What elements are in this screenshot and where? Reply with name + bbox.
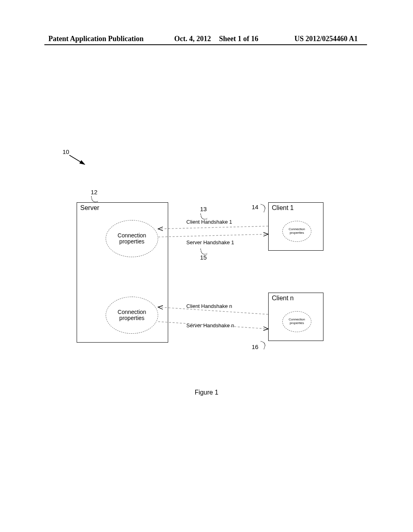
header-publication: Patent Application Publication bbox=[48, 35, 144, 43]
server-bubble-1-text: Connectionproperties bbox=[118, 233, 146, 245]
page: Patent Application Publication Oct. 4, 2… bbox=[0, 0, 413, 532]
squiggle-16 bbox=[259, 341, 267, 349]
svg-line-2 bbox=[158, 234, 268, 237]
squiggle-12 bbox=[91, 195, 98, 203]
svg-line-0 bbox=[69, 155, 85, 164]
client1-title: Client 1 bbox=[272, 204, 294, 212]
connection-lines bbox=[0, 0, 413, 532]
clientn-bubble: Connectionproperties bbox=[282, 311, 311, 332]
client1-bubble-text: Connectionproperties bbox=[289, 228, 305, 235]
header-rule bbox=[44, 44, 367, 45]
ref-12: 12 bbox=[91, 189, 98, 195]
clientn-bubble-text: Connectionproperties bbox=[289, 318, 305, 325]
ref-15: 15 bbox=[200, 254, 207, 261]
header-date: Oct. 4, 2012 bbox=[174, 35, 211, 43]
label-client-handshake-1: Client Handshake 1 bbox=[186, 219, 232, 225]
ref-16: 16 bbox=[252, 343, 259, 350]
server-title: Server bbox=[80, 204, 99, 212]
header-sheet: Sheet 1 of 16 bbox=[219, 35, 259, 43]
server-bubble-2-text: Connectionproperties bbox=[118, 309, 146, 322]
svg-line-1 bbox=[158, 226, 268, 229]
server-bubble-1: Connectionproperties bbox=[106, 220, 158, 257]
label-client-handshake-n: Client Handshake n bbox=[186, 303, 232, 309]
ref-14: 14 bbox=[252, 204, 259, 210]
page-header: Patent Application Publication Oct. 4, 2… bbox=[0, 35, 413, 45]
clientn-title: Client n bbox=[272, 295, 294, 302]
squiggle-14 bbox=[259, 204, 267, 212]
ref-10: 10 bbox=[63, 148, 69, 155]
label-server-handshake-1: Server Handshake 1 bbox=[186, 239, 234, 245]
ref-10-arrow bbox=[0, 0, 413, 532]
server-bubble-2: Connectionproperties bbox=[106, 297, 158, 334]
figure-caption: Figure 1 bbox=[0, 389, 413, 396]
label-server-handshake-n: Server Handshake n bbox=[186, 322, 234, 328]
ref-13: 13 bbox=[200, 206, 207, 212]
header-pubno: US 2012/0254460 A1 bbox=[294, 35, 358, 43]
client1-bubble: Connectionproperties bbox=[282, 221, 311, 242]
